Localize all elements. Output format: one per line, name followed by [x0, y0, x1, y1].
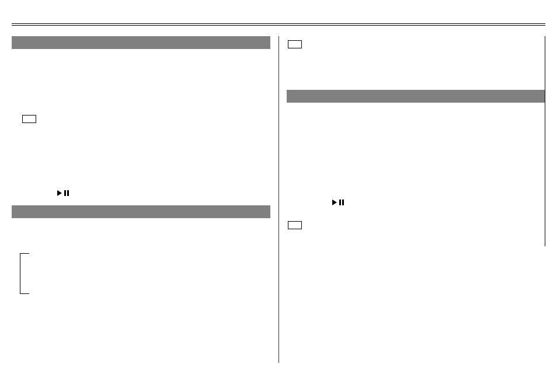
svg-rect-2 [67, 190, 69, 196]
play-pause-row [332, 197, 545, 208]
section-header-bar [12, 205, 270, 218]
svg-rect-5 [342, 200, 344, 205]
step-box-outline [288, 221, 302, 229]
step-number-box [288, 38, 545, 49]
play-pause-icon [57, 190, 69, 196]
svg-rect-4 [339, 200, 341, 205]
svg-rect-1 [64, 190, 66, 196]
left-column [12, 36, 270, 380]
columns [12, 36, 545, 380]
step-number-box [22, 113, 270, 124]
right-column [287, 36, 545, 380]
right-edge-rule [545, 36, 545, 246]
section-header-bar [12, 36, 270, 49]
page [12, 23, 545, 380]
tall-box-outline [20, 253, 29, 294]
horizontal-rule [12, 23, 545, 24]
step-number-box [288, 219, 545, 230]
step-box-outline [22, 115, 36, 123]
section-header-bar [287, 90, 545, 103]
svg-marker-0 [57, 190, 62, 196]
play-pause-icon [332, 200, 344, 205]
svg-marker-3 [332, 200, 337, 205]
horizontal-rule-thin [12, 25, 545, 26]
step-number-tall-box [20, 253, 270, 296]
step-box-outline [288, 40, 302, 48]
play-pause-row [57, 188, 270, 198]
